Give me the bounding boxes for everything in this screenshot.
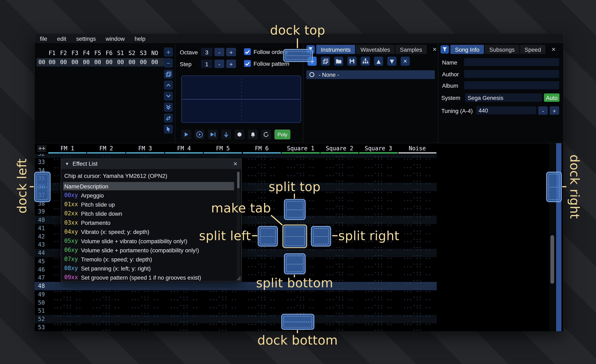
pattern-scrollbar-thumb[interactable] [551, 235, 554, 284]
order-row[interactable]: 00 00000000000000000000 [37, 58, 170, 66]
effect-row[interactable]: 09xx Set groove pattern (speed 1 if no g… [61, 273, 235, 282]
dock-right-target[interactable] [546, 172, 562, 202]
make-tab-target[interactable] [283, 225, 307, 248]
move-instrument-up-button[interactable]: ▲ [374, 57, 383, 66]
tuning-field[interactable] [476, 106, 536, 114]
effect-row[interactable]: 00xy Arpeggio [61, 191, 235, 200]
album-field[interactable] [464, 81, 559, 89]
channel-header-fm-5[interactable]: FM 5 [203, 145, 242, 152]
collapse-icon[interactable]: ▼ [65, 161, 69, 166]
follow-pattern-checkbox[interactable] [244, 60, 251, 67]
menu-item[interactable]: help [134, 35, 145, 42]
octave-value[interactable]: 3 [201, 48, 213, 56]
play-once-button[interactable] [208, 130, 218, 139]
channel-header-fm-2[interactable]: FM 2 [87, 145, 126, 152]
tuning-decrease-button[interactable]: - [538, 106, 548, 115]
order-change-mode-button[interactable] [164, 114, 173, 123]
pattern-cell[interactable]: ··· ·· ·· ··· [242, 322, 281, 332]
tab-speed[interactable]: Speed [520, 45, 546, 54]
pattern-cell[interactable]: ··· ·· ·· ··· [398, 322, 437, 332]
open-instrument-button[interactable] [334, 57, 343, 66]
follow-orders-checkbox[interactable] [244, 48, 251, 55]
duplicate-order-button[interactable] [164, 70, 173, 79]
duplicate-instrument-button[interactable] [321, 57, 330, 66]
dock-left-target[interactable] [34, 172, 51, 202]
order-value[interactable]: 00 [151, 59, 163, 66]
pattern-cell[interactable]: ··· ·· ·· ··· [320, 322, 359, 332]
menu-item[interactable]: window [106, 35, 125, 42]
order-edit-mode-button[interactable] [164, 124, 173, 134]
effect-row[interactable]: 06xy Volume slide + portamento (compatib… [61, 246, 235, 255]
channel-header-fm-4[interactable]: FM 4 [164, 145, 203, 152]
play-button[interactable] [181, 130, 191, 139]
resize-grip[interactable] [236, 276, 241, 280]
pattern-cell[interactable]: ··· ·· ·· ··· [164, 322, 203, 332]
channel-header-noise[interactable]: Noise [398, 145, 437, 152]
channel-header-fm-1[interactable]: FM 1 [48, 145, 87, 152]
effect-row[interactable]: 07xy Tremolo (x: speed; y: depth) [61, 255, 235, 264]
delete-instrument-button[interactable]: ✕ [401, 57, 410, 66]
deep-clone-order-button[interactable] [164, 102, 173, 112]
play-pattern-button[interactable] [194, 130, 204, 139]
octave-increase-button[interactable]: + [226, 48, 236, 56]
name-field[interactable] [464, 58, 559, 66]
close-icon[interactable]: ✕ [233, 160, 238, 167]
tuning-increase-button[interactable]: + [550, 106, 559, 115]
save-instrument-button[interactable] [347, 57, 357, 66]
effect-row[interactable]: 08xy Set panning (x: left; y: right) [61, 264, 235, 273]
effect-list-title-bar[interactable]: ▼ Effect List ✕ [61, 159, 241, 169]
channel-header-fm-6[interactable]: FM 6 [242, 145, 281, 152]
instrument-list-item[interactable]: - None - [306, 70, 435, 79]
tab-song-info[interactable]: Song Info [451, 45, 484, 54]
split-left-target[interactable] [258, 226, 278, 247]
step-value[interactable]: 1 [201, 59, 213, 68]
step-decrease-button[interactable]: - [214, 59, 224, 68]
pattern-cell[interactable]: ··· ·· ·· ··· [203, 322, 242, 332]
pattern-row-53[interactable]: 53··· ·· ·· ······ ·· ·· ······ ·· ·· ··… [35, 323, 437, 332]
menu-item[interactable]: file [40, 35, 47, 42]
split-right-target[interactable] [311, 226, 331, 247]
tab-samples[interactable]: Samples [395, 45, 427, 54]
toggle-folders-button[interactable] [361, 57, 370, 66]
order-value[interactable]: 00 [49, 59, 60, 66]
menu-item[interactable]: edit [57, 35, 66, 42]
author-field[interactable] [464, 70, 559, 78]
octave-decrease-button[interactable]: - [214, 48, 224, 56]
channel-header-square-3[interactable]: Square 3 [359, 145, 398, 152]
order-value[interactable]: 00 [140, 59, 151, 66]
order-value[interactable]: 00 [83, 59, 94, 66]
pattern-cell[interactable]: ··· ·· ·· ··· [48, 322, 87, 332]
add-order-button[interactable]: + [164, 48, 173, 57]
dock-top-target[interactable] [283, 49, 313, 62]
close-icon[interactable]: ✕ [431, 46, 438, 53]
pattern-scrollbar[interactable] [549, 143, 555, 331]
order-value[interactable]: 00 [94, 59, 106, 66]
menu-item[interactable]: settings [76, 35, 96, 42]
filter-icon[interactable] [440, 45, 449, 54]
split-top-target[interactable] [284, 199, 306, 220]
split-bottom-target[interactable] [284, 253, 306, 274]
auto-system-button[interactable]: Auto [544, 94, 559, 102]
expand-channels-button[interactable]: ++ [37, 145, 46, 152]
step-increase-button[interactable]: + [226, 59, 236, 68]
pattern-cell[interactable]: ··· ·· ·· ··· [126, 322, 164, 332]
tab-subsongs[interactable]: Subsongs [485, 45, 519, 54]
record-toggle-button[interactable] [234, 130, 244, 139]
tab-instruments[interactable]: Instruments [316, 45, 355, 54]
move-instrument-down-button[interactable]: ▼ [387, 57, 396, 66]
metronome-button[interactable] [248, 130, 258, 139]
tab-wavetables[interactable]: Wavetables [356, 45, 395, 54]
channel-header-square-1[interactable]: Square 1 [281, 145, 320, 152]
system-value[interactable]: Sega Genesis [465, 94, 542, 102]
effect-list-scrollbar[interactable] [237, 171, 240, 278]
order-value[interactable]: 00 [128, 59, 140, 66]
move-order-down-button[interactable] [164, 92, 173, 101]
effect-list-scrollbar-thumb[interactable] [237, 172, 239, 189]
pattern-cell[interactable]: ··· ·· ·· ··· [359, 322, 398, 332]
order-value[interactable]: 00 [106, 59, 117, 66]
remove-order-button[interactable]: − [164, 58, 173, 68]
order-value[interactable]: 00 [71, 59, 83, 66]
repeat-pattern-button[interactable] [261, 130, 271, 139]
order-value[interactable]: 00 [117, 59, 128, 66]
move-order-up-button[interactable] [164, 80, 173, 90]
